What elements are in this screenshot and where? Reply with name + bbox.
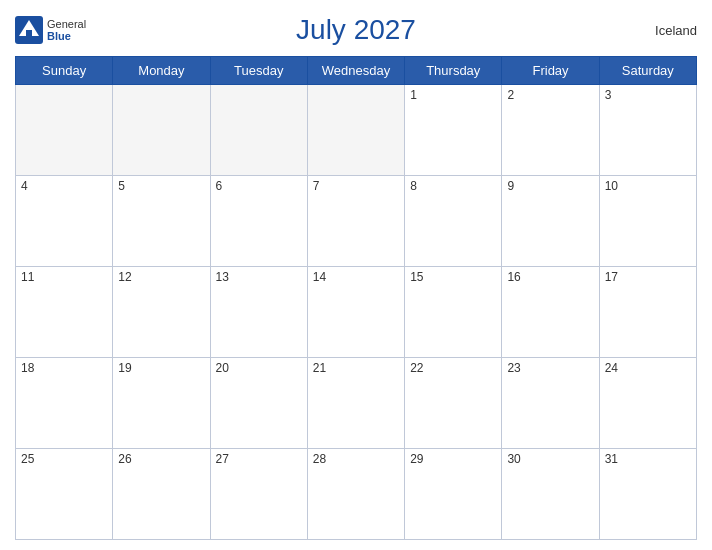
calendar-day-cell: 16: [502, 267, 599, 358]
calendar-table: SundayMondayTuesdayWednesdayThursdayFrid…: [15, 56, 697, 540]
calendar-week-row: 123: [16, 85, 697, 176]
calendar-week-row: 45678910: [16, 176, 697, 267]
day-number: 13: [216, 270, 229, 284]
day-number: 14: [313, 270, 326, 284]
logo: General Blue: [15, 16, 86, 44]
day-number: 21: [313, 361, 326, 375]
calendar-day-cell: [307, 85, 404, 176]
day-number: 25: [21, 452, 34, 466]
logo-text: General Blue: [47, 18, 86, 42]
weekday-header-row: SundayMondayTuesdayWednesdayThursdayFrid…: [16, 57, 697, 85]
day-number: 8: [410, 179, 417, 193]
day-number: 3: [605, 88, 612, 102]
day-number: 9: [507, 179, 514, 193]
day-number: 2: [507, 88, 514, 102]
calendar-day-cell: 20: [210, 358, 307, 449]
calendar-day-cell: 7: [307, 176, 404, 267]
day-number: 5: [118, 179, 125, 193]
calendar-day-cell: 21: [307, 358, 404, 449]
calendar-day-cell: 28: [307, 449, 404, 540]
day-number: 29: [410, 452, 423, 466]
day-number: 15: [410, 270, 423, 284]
calendar-day-cell: 30: [502, 449, 599, 540]
logo-icon: [15, 16, 43, 44]
logo-blue-text: Blue: [47, 30, 86, 42]
weekday-header-tuesday: Tuesday: [210, 57, 307, 85]
day-number: 28: [313, 452, 326, 466]
calendar-day-cell: 25: [16, 449, 113, 540]
day-number: 4: [21, 179, 28, 193]
day-number: 16: [507, 270, 520, 284]
calendar-week-row: 11121314151617: [16, 267, 697, 358]
day-number: 24: [605, 361, 618, 375]
day-number: 26: [118, 452, 131, 466]
calendar-day-cell: 6: [210, 176, 307, 267]
calendar-day-cell: 24: [599, 358, 696, 449]
svg-rect-2: [26, 30, 32, 38]
calendar-day-cell: 31: [599, 449, 696, 540]
day-number: 27: [216, 452, 229, 466]
calendar-day-cell: 15: [405, 267, 502, 358]
calendar-day-cell: 13: [210, 267, 307, 358]
calendar-day-cell: 29: [405, 449, 502, 540]
day-number: 7: [313, 179, 320, 193]
calendar-day-cell: 2: [502, 85, 599, 176]
day-number: 20: [216, 361, 229, 375]
calendar-day-cell: 4: [16, 176, 113, 267]
day-number: 6: [216, 179, 223, 193]
day-number: 11: [21, 270, 34, 284]
day-number: 30: [507, 452, 520, 466]
calendar-day-cell: 8: [405, 176, 502, 267]
weekday-header-sunday: Sunday: [16, 57, 113, 85]
calendar-day-cell: [113, 85, 210, 176]
calendar-day-cell: 14: [307, 267, 404, 358]
calendar-day-cell: 23: [502, 358, 599, 449]
calendar-day-cell: [16, 85, 113, 176]
calendar-day-cell: 22: [405, 358, 502, 449]
calendar-day-cell: 11: [16, 267, 113, 358]
month-title: July 2027: [296, 14, 416, 46]
day-number: 17: [605, 270, 618, 284]
day-number: 31: [605, 452, 618, 466]
country-label: Iceland: [655, 23, 697, 38]
weekday-header-friday: Friday: [502, 57, 599, 85]
day-number: 23: [507, 361, 520, 375]
calendar-day-cell: 17: [599, 267, 696, 358]
weekday-header-monday: Monday: [113, 57, 210, 85]
calendar-week-row: 18192021222324: [16, 358, 697, 449]
logo-general-text: General: [47, 18, 86, 30]
day-number: 18: [21, 361, 34, 375]
calendar-week-row: 25262728293031: [16, 449, 697, 540]
weekday-header-wednesday: Wednesday: [307, 57, 404, 85]
calendar-day-cell: 3: [599, 85, 696, 176]
calendar-day-cell: 10: [599, 176, 696, 267]
weekday-header-saturday: Saturday: [599, 57, 696, 85]
calendar-day-cell: 12: [113, 267, 210, 358]
calendar-day-cell: 19: [113, 358, 210, 449]
calendar-day-cell: [210, 85, 307, 176]
day-number: 12: [118, 270, 131, 284]
calendar-day-cell: 9: [502, 176, 599, 267]
calendar-day-cell: 27: [210, 449, 307, 540]
calendar-day-cell: 18: [16, 358, 113, 449]
day-number: 19: [118, 361, 131, 375]
calendar-header: General Blue July 2027 Iceland: [15, 10, 697, 50]
day-number: 1: [410, 88, 417, 102]
calendar-day-cell: 26: [113, 449, 210, 540]
calendar-day-cell: 1: [405, 85, 502, 176]
calendar-day-cell: 5: [113, 176, 210, 267]
day-number: 10: [605, 179, 618, 193]
day-number: 22: [410, 361, 423, 375]
weekday-header-thursday: Thursday: [405, 57, 502, 85]
